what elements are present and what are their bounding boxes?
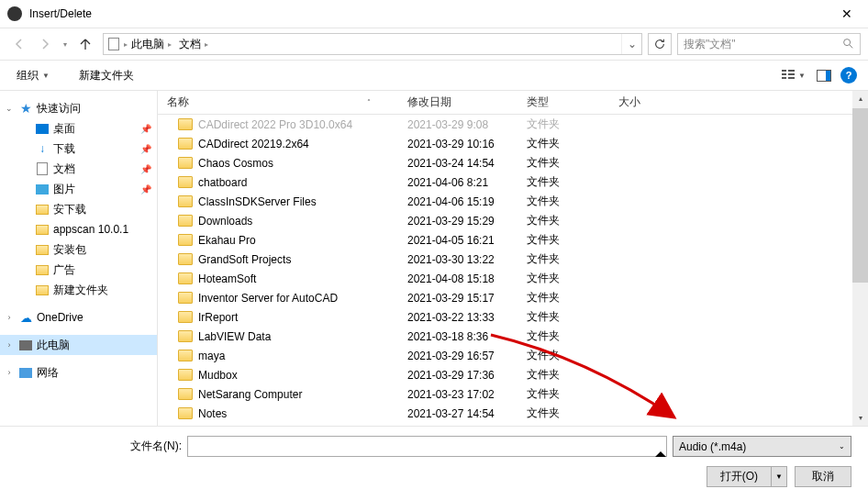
svg-rect-2 <box>782 73 786 75</box>
table-row[interactable]: NetSarang Computer2021-03-23 17:02文件夹 <box>158 384 868 404</box>
folder-icon <box>178 176 193 188</box>
column-size[interactable]: 大小 <box>609 94 683 110</box>
sidebar-desktop[interactable]: 桌面📌 <box>17 118 157 139</box>
scroll-up-button[interactable]: ▴ <box>852 91 868 106</box>
sidebar-item-anxia[interactable]: 安下载 <box>17 199 157 219</box>
open-dropdown[interactable]: ▼ <box>772 472 786 481</box>
address-bar[interactable]: ▸ 此电脑▸ 文档▸ ⌄ <box>103 33 642 55</box>
view-options-button[interactable]: ▼ <box>779 67 807 83</box>
folder-icon <box>178 407 193 419</box>
titlebar: Insert/Delete ✕ <box>0 0 868 28</box>
file-date: 2021-03-22 13:33 <box>398 311 517 324</box>
up-button[interactable] <box>73 32 97 56</box>
sidebar-quick-access[interactable]: ⌄ ★ 快速访问 <box>0 98 157 118</box>
organize-button[interactable]: 组织▼ <box>11 65 55 86</box>
search-input[interactable]: 搜索"文档" <box>677 33 861 55</box>
file-name: Chaos Cosmos <box>198 157 273 170</box>
footer: 文件名(N): Audio (*.m4a)⌄ 打开(O) ▼ 取消 <box>0 426 868 489</box>
scroll-thumb[interactable] <box>852 108 868 283</box>
filename-input[interactable] <box>187 436 667 457</box>
table-row[interactable]: Notes2021-03-27 14:54文件夹 <box>158 404 868 423</box>
chevron-right-icon[interactable]: › <box>4 340 15 350</box>
help-button[interactable]: ? <box>840 67 857 83</box>
breadcrumb-thispc[interactable]: 此电脑▸ <box>128 37 175 52</box>
chevron-right-icon[interactable]: › <box>4 313 15 322</box>
sidebar-network[interactable]: › 网络 <box>0 362 157 383</box>
column-type[interactable]: 类型 <box>517 94 609 110</box>
file-type: 文件夹 <box>517 309 609 325</box>
table-row[interactable]: HoteamSoft2021-04-08 15:18文件夹 <box>158 269 868 288</box>
folder-icon <box>178 253 193 265</box>
column-name[interactable]: 名称 ˄ <box>158 94 398 110</box>
file-name: Inventor Server for AutoCAD <box>198 292 338 305</box>
file-type: 文件夹 <box>517 271 609 286</box>
sidebar-downloads[interactable]: ↓ 下载📌 <box>17 139 157 159</box>
cancel-button[interactable]: 取消 <box>795 466 851 487</box>
table-row[interactable]: LabVIEW Data2021-03-18 8:36文件夹 <box>158 327 868 346</box>
chevron-right-icon[interactable]: › <box>4 368 15 377</box>
folder-icon <box>36 285 49 295</box>
file-name: CADdirect 2022 Pro 3D10.0x64 <box>198 118 352 131</box>
column-headers: 名称 ˄ 修改日期 类型 大小 <box>158 91 868 115</box>
filename-label: 文件名(N): <box>130 439 182 454</box>
history-dropdown[interactable]: ▾ <box>59 40 72 49</box>
scrollbar[interactable]: ▴ ▾ <box>852 91 868 426</box>
table-row[interactable]: Ekahau Pro2021-04-05 16:21文件夹 <box>158 230 868 250</box>
table-row[interactable]: GrandSoft Projects2021-03-30 13:22文件夹 <box>158 250 868 269</box>
file-date: 2021-04-06 15:19 <box>398 195 517 208</box>
new-folder-button[interactable]: 新建文件夹 <box>73 65 139 86</box>
scroll-down-button[interactable]: ▾ <box>852 410 868 426</box>
table-row[interactable]: CADdirect 2022 Pro 3D10.0x642021-03-29 9… <box>158 115 868 134</box>
sidebar-item-guanggao[interactable]: 广告 <box>17 260 157 280</box>
sidebar-item-appscan[interactable]: appscan 10.0.1 <box>17 219 157 239</box>
folder-icon <box>178 330 193 342</box>
file-type: 文件夹 <box>517 232 609 248</box>
table-row[interactable]: Downloads2021-03-29 15:29文件夹 <box>158 211 868 230</box>
close-button[interactable]: ✕ <box>826 0 868 28</box>
sidebar-pictures[interactable]: 图片📌 <box>17 179 157 199</box>
file-date: 2021-03-29 15:17 <box>398 292 517 305</box>
table-row[interactable]: IrReport2021-03-22 13:33文件夹 <box>158 307 868 327</box>
breadcrumb-documents[interactable]: 文档▸ <box>175 37 212 52</box>
file-date: 2021-03-18 8:36 <box>398 330 517 343</box>
file-type: 文件夹 <box>517 213 609 228</box>
sidebar-item-newfolder[interactable]: 新建文件夹 <box>17 280 157 300</box>
table-row[interactable]: Chaos Cosmos2021-03-24 14:54文件夹 <box>158 153 868 172</box>
sidebar-item-anzhuang[interactable]: 安装包 <box>17 239 157 260</box>
table-row[interactable]: ClassInSDKServer Files2021-04-06 15:19文件… <box>158 192 868 211</box>
back-button[interactable] <box>7 32 31 56</box>
svg-rect-4 <box>788 70 795 72</box>
table-row[interactable]: Inventor Server for AutoCAD2021-03-29 15… <box>158 288 868 307</box>
sidebar: ⌄ ★ 快速访问 桌面📌 ↓ 下载📌 文档📌 图片📌 <box>0 91 158 426</box>
table-row[interactable]: CADdirect 20219.2x642021-03-29 10:16文件夹 <box>158 134 868 153</box>
file-type: 文件夹 <box>517 174 609 190</box>
document-icon <box>37 162 48 175</box>
sidebar-documents[interactable]: 文档📌 <box>17 159 157 179</box>
file-list: CADdirect 2022 Pro 3D10.0x642021-03-29 9… <box>158 115 868 426</box>
file-date: 2021-03-29 9:08 <box>398 118 517 131</box>
chevron-down-icon[interactable]: ⌄ <box>4 104 15 113</box>
forward-button[interactable] <box>33 32 57 56</box>
filetype-filter[interactable]: Audio (*.m4a)⌄ <box>673 436 851 457</box>
search-icon <box>841 37 854 52</box>
column-date[interactable]: 修改日期 <box>398 94 517 110</box>
table-row[interactable]: maya2021-03-29 16:57文件夹 <box>158 346 868 365</box>
folder-icon <box>36 265 49 275</box>
sidebar-onedrive[interactable]: › ☁ OneDrive <box>0 307 157 328</box>
folder-icon <box>36 205 49 215</box>
file-date: 2021-03-23 17:02 <box>398 388 517 401</box>
file-name: CADdirect 20219.2x64 <box>198 138 309 150</box>
file-date: 2021-04-08 15:18 <box>398 272 517 285</box>
refresh-button[interactable] <box>648 33 672 55</box>
address-dropdown[interactable]: ⌄ <box>621 34 641 54</box>
sort-indicator-icon: ˄ <box>367 98 371 106</box>
table-row[interactable]: chatboard2021-04-06 8:21文件夹 <box>158 172 868 192</box>
file-name: Mudbox <box>198 369 238 382</box>
file-name: Downloads <box>198 215 252 228</box>
preview-pane-button[interactable] <box>815 68 833 83</box>
file-date: 2021-03-24 14:54 <box>398 157 517 170</box>
chevron-down-icon: ⌄ <box>839 442 845 450</box>
table-row[interactable]: Mudbox2021-03-29 17:36文件夹 <box>158 365 868 384</box>
sidebar-thispc[interactable]: › 此电脑 <box>0 335 157 355</box>
open-button[interactable]: 打开(O) ▼ <box>707 466 787 487</box>
